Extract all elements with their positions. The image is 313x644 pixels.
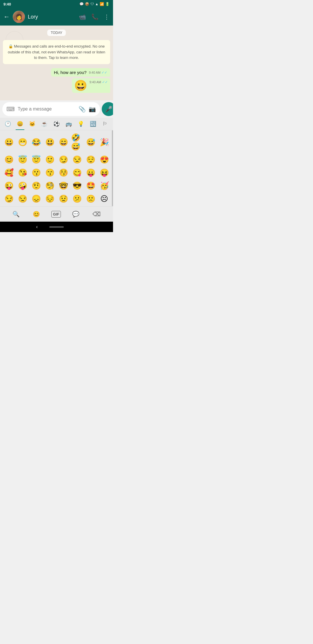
mic-button[interactable]: 🎤 [102, 102, 113, 116]
emoji-tab-objects[interactable]: 💡 [75, 118, 87, 130]
emoji-sunglasses[interactable]: 😎 [70, 180, 83, 192]
emoji-tab-animals[interactable]: 🐱 [26, 118, 38, 130]
message-meta-2: 9:40 AM ✓✓ [90, 80, 108, 84]
emoji-smirk[interactable]: 😏 [57, 153, 70, 166]
contact-name[interactable]: Lory [28, 14, 76, 20]
video-call-icon[interactable]: 📹 [79, 13, 86, 20]
emoji-worried[interactable]: 😟 [57, 193, 70, 205]
emoji-stuck-tongue-wink[interactable]: 😜 [2, 180, 15, 192]
emoji-confused[interactable]: 😕 [70, 193, 83, 205]
emoji-grinning[interactable]: 😀 [2, 131, 15, 153]
attach-icon[interactable]: 📎 [79, 106, 86, 113]
emoji-keyboard-icon[interactable]: 😊 [31, 209, 42, 219]
emoji-monocle[interactable]: 🧐 [43, 180, 56, 192]
nav-bar: ‹ ‹ [0, 222, 113, 232]
wifi-icon: ▲ [95, 2, 99, 6]
input-wrapper: ⌨ 📎 📷 [2, 102, 100, 116]
message-emoji-2: 😀 [74, 79, 87, 91]
chat-area: TODAY 🔒 Messages and calls are end-to-en… [0, 26, 113, 100]
emoji-partying[interactable]: 🥳 [98, 180, 111, 192]
message-time-1: 9:40 AM [89, 71, 101, 74]
emoji-stuck-tongue-closed[interactable]: 😝 [98, 167, 111, 179]
message-sent-2: 😀 9:40 AM ✓✓ [72, 78, 110, 93]
emoji-rolling-laughing[interactable]: 😅 [84, 131, 97, 153]
emoji-relieved[interactable]: 😌 [84, 153, 97, 166]
emoji-party[interactable]: 🎉 [98, 131, 111, 153]
emoji-sweat-joy[interactable]: 🤣😅 [70, 131, 83, 153]
status-time: 9:40 [3, 2, 11, 6]
emoji-smile-big[interactable]: 😄 [57, 131, 70, 153]
keyboard-bottom-bar: 🔍 😊 GIF 💬 ⌫ [0, 206, 113, 222]
vpn-icon: 🛡 [90, 2, 94, 6]
emoji-stuck-tongue[interactable]: 😛 [84, 167, 97, 179]
emoji-blush[interactable]: 😊 [2, 153, 15, 166]
emoji-kissing-closed[interactable]: 😚 [57, 167, 70, 179]
emoji-kissing-smiling[interactable]: 😙 [43, 167, 56, 179]
msg-icon: 💬 [79, 2, 84, 6]
chat-header: ← 👩 Lory 📹 📞 ⋮ [0, 8, 113, 26]
message-sent-1: Hi, how are you? 9:40 AM ✓✓ [51, 68, 110, 77]
camera-icon[interactable]: 📷 [89, 106, 96, 113]
emoji-tab-recent[interactable]: 🕐 [2, 118, 14, 130]
message-time-2: 9:40 AM [90, 80, 101, 84]
emoji-smiley-big[interactable]: 😃 [43, 131, 56, 153]
phone-call-icon[interactable]: 📞 [91, 13, 99, 20]
mic-icon: 🎤 [105, 106, 112, 113]
date-label: TODAY [47, 30, 66, 36]
status-bar: 9:40 💬 📦 🛡 ▲ 📶 🔋 [0, 0, 113, 8]
emoji-scrollbar[interactable] [112, 130, 113, 206]
emoji-keyboard: 🕐 😀 🐱 ☕ ⚽ 🚌 💡 🔣 🏳 😀 😁 😂 😃 😄 🤣😅 😅 🎉 😊 😇 😇… [0, 118, 113, 222]
emoji-heart-eyes[interactable]: 😍 [98, 153, 111, 166]
emoji-frown[interactable]: ☹ [98, 193, 111, 205]
emoji-tabs: 🕐 😀 🐱 ☕ ⚽ 🚌 💡 🔣 🏳 [0, 118, 113, 130]
emoji-tab-flags[interactable]: 🏳 [99, 118, 111, 130]
emoji-joy[interactable]: 😂 [30, 131, 43, 153]
emoji-zany[interactable]: 🤪 [16, 180, 29, 192]
emoji-confused-face[interactable]: 😏 [2, 193, 15, 205]
emoji-tab-symbols[interactable]: 🔣 [87, 118, 99, 130]
emoji-star-struck[interactable]: 🤩 [84, 180, 97, 192]
emoji-tab-food[interactable]: ☕ [38, 118, 50, 130]
message-text-1: Hi, how are you? [54, 70, 87, 75]
signal-icon: 📶 [100, 2, 104, 6]
keyboard-icon[interactable]: ⌨ [6, 106, 15, 113]
emoji-smiling-hearts[interactable]: 🥰 [2, 167, 15, 179]
encryption-notice[interactable]: 🔒 Messages and calls are end-to-end encr… [3, 40, 110, 64]
battery-icon: 🔋 [105, 2, 110, 6]
header-actions: 📹 📞 ⋮ [79, 13, 110, 20]
avatar[interactable]: 👩 [13, 11, 25, 23]
gif-icon[interactable]: GIF [51, 211, 61, 218]
back-button[interactable]: ← [3, 13, 10, 21]
box-icon: 📦 [85, 2, 89, 6]
emoji-pensive[interactable]: 😔 [43, 193, 56, 205]
emoji-expressionless[interactable]: 😒 [16, 193, 29, 205]
nav-home-pill[interactable] [49, 226, 64, 228]
emoji-grid: 😀 😁 😂 😃 😄 🤣😅 😅 🎉 😊 😇 😇 🙂 😏 😒 😌 😍 🥰 😘 😗 😙… [0, 130, 113, 206]
status-icons: 💬 📦 🛡 ▲ 📶 🔋 [79, 2, 110, 6]
input-bar: ⌨ 📎 📷 🎤 [0, 100, 113, 118]
emoji-tab-travel[interactable]: 🚌 [63, 118, 75, 130]
sticker-icon[interactable]: 💬 [70, 209, 81, 219]
emoji-innocent[interactable]: 😇 [16, 153, 29, 166]
emoji-raised-eyebrow[interactable]: 🤨 [30, 180, 43, 192]
backspace-icon[interactable]: ⌫ [91, 209, 102, 219]
emoji-kissing-heart[interactable]: 😘 [16, 167, 29, 179]
emoji-disappointed[interactable]: 😞 [30, 193, 43, 205]
emoji-slightly-frown[interactable]: 🙁 [84, 193, 97, 205]
search-keyboard-icon[interactable]: 🔍 [11, 209, 21, 219]
read-receipt-1: ✓✓ [101, 70, 107, 75]
nav-back[interactable]: ‹ [36, 224, 38, 229]
emoji-yum[interactable]: 😋 [70, 167, 83, 179]
emoji-unamused[interactable]: 😒 [70, 153, 83, 166]
emoji-smile[interactable]: 🙂 [43, 153, 56, 166]
emoji-grin[interactable]: 😁 [16, 131, 29, 153]
avatar-image: 👩 [13, 11, 25, 23]
emoji-tab-smileys[interactable]: 😀 [14, 118, 26, 130]
more-options-icon[interactable]: ⋮ [104, 13, 110, 20]
emoji-kissing[interactable]: 😗 [30, 167, 43, 179]
emoji-halo[interactable]: 😇 [30, 153, 43, 166]
read-receipt-2: ✓✓ [102, 80, 108, 84]
emoji-nerd[interactable]: 🤓 [57, 180, 70, 192]
emoji-tab-activities[interactable]: ⚽ [50, 118, 63, 130]
message-input[interactable] [18, 106, 76, 112]
